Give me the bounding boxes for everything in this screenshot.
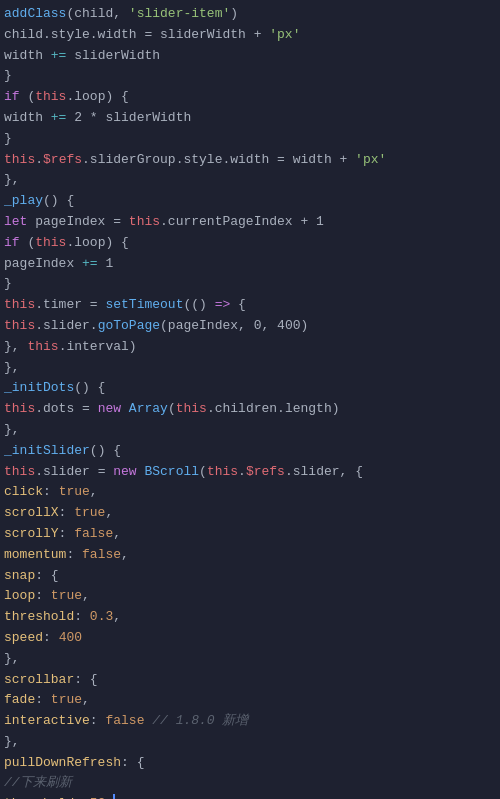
code-line: threshold: 50, bbox=[0, 794, 500, 799]
code-line: momentum: false, bbox=[0, 545, 500, 566]
code-line: child.style.width = sliderWidth + 'px' bbox=[0, 25, 500, 46]
code-line: click: true, bbox=[0, 482, 500, 503]
code-line: } bbox=[0, 66, 500, 87]
code-line: }, bbox=[0, 170, 500, 191]
code-line: if (this.loop) { bbox=[0, 233, 500, 254]
code-line: } bbox=[0, 274, 500, 295]
code-line: width += sliderWidth bbox=[0, 46, 500, 67]
code-line: }, this.interval) bbox=[0, 337, 500, 358]
code-line: this.dots = new Array(this.children.leng… bbox=[0, 399, 500, 420]
code-line: pageIndex += 1 bbox=[0, 254, 500, 275]
code-line: speed: 400 bbox=[0, 628, 500, 649]
code-line: if (this.loop) { bbox=[0, 87, 500, 108]
code-line: width += 2 * sliderWidth bbox=[0, 108, 500, 129]
code-line: fade: true, bbox=[0, 690, 500, 711]
code-line: pullDownRefresh: { bbox=[0, 753, 500, 774]
code-line: this.timer = setTimeout(() => { bbox=[0, 295, 500, 316]
code-line: snap: { bbox=[0, 566, 500, 587]
code-line: let pageIndex = this.currentPageIndex + … bbox=[0, 212, 500, 233]
code-line: addClass(child, 'slider-item') bbox=[0, 4, 500, 25]
code-line: scrollbar: { bbox=[0, 670, 500, 691]
code-line: this.$refs.sliderGroup.style.width = wid… bbox=[0, 150, 500, 171]
code-line: //下来刷新 bbox=[0, 773, 500, 794]
code-line: this.slider = new BScroll(this.$refs.sli… bbox=[0, 462, 500, 483]
code-line: }, bbox=[0, 732, 500, 753]
code-line: } bbox=[0, 129, 500, 150]
code-line: _initDots() { bbox=[0, 378, 500, 399]
code-line: loop: true, bbox=[0, 586, 500, 607]
code-editor: addClass(child, 'slider-item') child.sty… bbox=[0, 0, 500, 799]
code-line: }, bbox=[0, 649, 500, 670]
code-line: }, bbox=[0, 358, 500, 379]
code-line: this.slider.goToPage(pageIndex, 0, 400) bbox=[0, 316, 500, 337]
code-line: }, bbox=[0, 420, 500, 441]
code-line: threshold: 0.3, bbox=[0, 607, 500, 628]
code-line: scrollX: true, bbox=[0, 503, 500, 524]
code-line: interactive: false // 1.8.0 新增 bbox=[0, 711, 500, 732]
code-line: scrollY: false, bbox=[0, 524, 500, 545]
code-line: _play() { bbox=[0, 191, 500, 212]
code-line: _initSlider() { bbox=[0, 441, 500, 462]
